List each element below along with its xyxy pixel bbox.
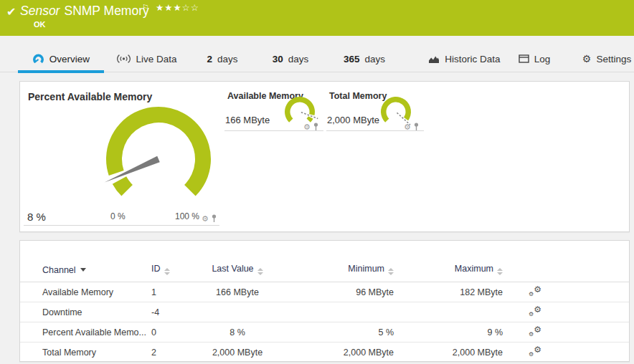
column-header-last-value[interactable]: Last Value (180, 264, 295, 275)
mini-gauge-value: 166 MByte (225, 115, 270, 125)
cell-id: -4 (151, 307, 180, 317)
tab-historic-data[interactable]: Historic Data (423, 45, 506, 72)
sensor-title: SensorSNMP Memory (20, 4, 149, 19)
cell-id: 2 (151, 348, 180, 358)
tab-label: Overview (49, 54, 90, 64)
table-row[interactable]: Available Memory 1 166 MByte 96 MByte 18… (20, 282, 629, 302)
sort-icon (257, 268, 263, 275)
tab-overview[interactable]: Overview (18, 45, 104, 72)
cell-minimum: 2,000 MByte (295, 348, 394, 358)
column-header-minimum[interactable]: Minimum (295, 264, 394, 275)
tab-number: 2 (207, 54, 212, 64)
tab-number: 365 (344, 54, 360, 64)
cell-maximum: 2,000 MByte (394, 348, 503, 358)
cell-last-value: 8 % (180, 327, 295, 337)
gauge-icon (32, 53, 44, 65)
cell-id: 0 (151, 327, 180, 337)
table-row[interactable]: Total Memory 2 2,000 MByte 2,000 MByte 2… (20, 343, 629, 362)
tab-label: days (365, 54, 386, 64)
sort-icon (497, 268, 503, 275)
tab-label: days (288, 54, 309, 64)
mini-gauge-value: 2,000 MByte (327, 115, 379, 125)
tab-label: Historic Data (445, 54, 500, 64)
status-badge: OK (34, 20, 46, 29)
tab-settings[interactable]: ⚙ Settings (579, 45, 634, 72)
cell-channel: Downtime (42, 307, 151, 317)
sensor-name: SNMP Memory (64, 4, 148, 18)
mini-gauge-tile-divider (224, 130, 323, 131)
channel-table-panel: Channel ID Last Value Minimum Maximum Av… (19, 240, 630, 362)
channel-table-header: Channel ID Last Value Minimum Maximum (20, 241, 629, 282)
sensor-type-label: Sensor (20, 4, 60, 18)
cell-maximum: 182 MByte (394, 287, 503, 297)
cell-last-value: 2,000 MByte (180, 348, 295, 358)
tab-label: days (217, 54, 238, 64)
gauge-settings-gear-icon[interactable]: ⚙ (202, 216, 209, 223)
pin-icon[interactable] (211, 214, 217, 223)
tab-live-data[interactable]: Live Data (115, 45, 179, 72)
cell-channel: Total Memory (42, 348, 151, 358)
tab-label: Live Data (136, 54, 176, 64)
tab-2-days[interactable]: 2 days (201, 45, 244, 72)
cell-minimum: 96 MByte (295, 287, 394, 297)
gear-icon: ⚙ (582, 54, 592, 64)
table-row[interactable]: Percent Available Memo... 0 8 % 5 % 9 % … (20, 322, 629, 343)
cell-minimum: 5 % (295, 327, 394, 337)
main-gauge-scale-min: 0 % (110, 211, 126, 221)
sensor-status-header: ✔ SensorSNMP Memory ⚐ ★★★☆☆ OK (0, 0, 634, 36)
cell-last-value: 166 MByte (180, 287, 295, 297)
priority-stars[interactable]: ★★★☆☆ (156, 2, 199, 13)
tab-label: Settings (596, 54, 631, 64)
main-gauge-tile-divider (24, 225, 219, 226)
live-data-icon (117, 54, 131, 64)
tab-bar: Overview Live Data 2 days 30 days 365 da… (0, 45, 634, 72)
main-gauge-value: 8 % (27, 211, 46, 223)
tab-365-days[interactable]: 365 days (336, 45, 393, 72)
percent-available-memory-gauge (87, 84, 230, 227)
cell-channel: Percent Available Memo... (42, 327, 151, 337)
cell-channel: Available Memory (42, 287, 151, 297)
check-icon: ✔ (6, 5, 16, 19)
sort-icon (164, 268, 170, 275)
tab-label: Log (534, 54, 551, 64)
cell-maximum: 9 % (394, 327, 503, 337)
table-row[interactable]: Downtime -4 ⚙⚙ (20, 302, 629, 322)
channel-settings-icon[interactable]: ⚙⚙ (529, 306, 541, 317)
column-header-channel[interactable]: Channel (42, 265, 151, 275)
tab-30-days[interactable]: 30 days (265, 45, 316, 72)
tab-number: 30 (273, 54, 283, 64)
histogram-icon (428, 54, 440, 64)
channel-settings-icon[interactable]: ⚙⚙ (529, 346, 541, 357)
flag-icon[interactable]: ⚐ (142, 3, 149, 12)
channel-settings-icon[interactable]: ⚙⚙ (529, 286, 541, 297)
sort-icon (388, 268, 394, 275)
cell-id: 1 (151, 287, 180, 297)
column-header-id[interactable]: ID (151, 264, 180, 275)
column-header-maximum[interactable]: Maximum (394, 264, 503, 275)
mini-gauge-tile-divider (326, 130, 424, 131)
main-gauge-scale-max: 100 % (175, 211, 199, 221)
sort-desc-icon (80, 268, 86, 272)
channel-settings-icon[interactable]: ⚙⚙ (529, 326, 541, 337)
tab-log[interactable]: Log (513, 45, 556, 72)
log-window-icon (519, 54, 529, 63)
gauges-panel: Percent Available Memory 8 % 0 % 100 % ⚙… (19, 81, 630, 232)
